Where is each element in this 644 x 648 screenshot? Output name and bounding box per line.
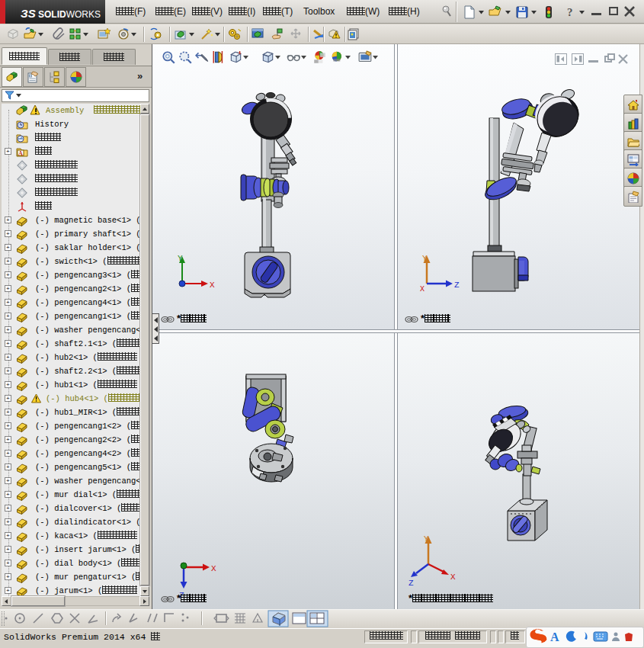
svg-text:Z: Z — [409, 579, 414, 587]
svg-text:Y: Y — [422, 254, 428, 263]
svg-text:Z: Z — [454, 281, 460, 290]
svg-text:Y: Y — [424, 534, 429, 544]
svg-text:A: A — [18, 150, 23, 157]
svg-text:X: X — [210, 281, 215, 290]
svg-text:X: X — [420, 285, 425, 294]
svg-text:?: ? — [567, 6, 573, 18]
svg-text:X: X — [211, 564, 216, 573]
svg-text:Y: Y — [178, 254, 183, 263]
svg-text:X: X — [450, 573, 456, 582]
